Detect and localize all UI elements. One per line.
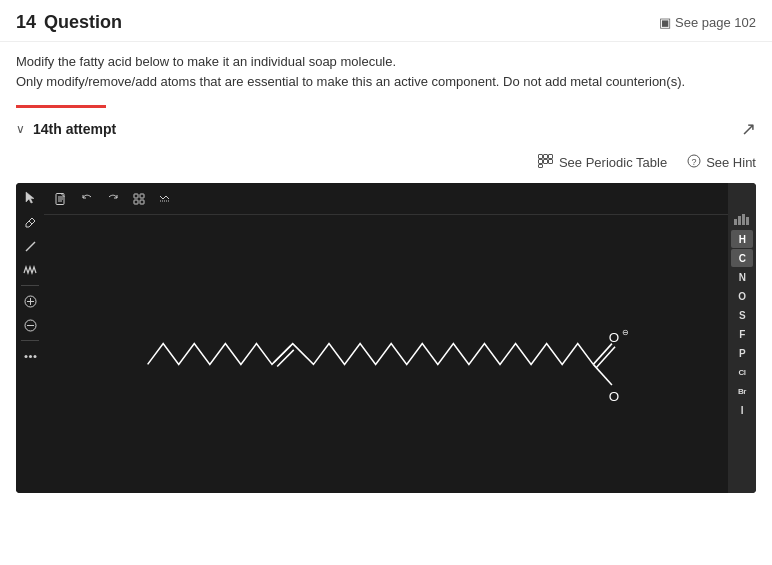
svg-rect-15 <box>134 200 138 204</box>
svg-rect-5 <box>548 160 552 164</box>
element-P[interactable]: P <box>731 344 753 362</box>
bond-tool[interactable] <box>19 235 41 257</box>
svg-rect-39 <box>734 219 737 225</box>
see-periodic-table-button[interactable]: See Periodic Table <box>538 154 667 171</box>
svg-rect-13 <box>134 194 138 198</box>
element-H[interactable]: H <box>731 230 753 248</box>
arrow-select-tool[interactable] <box>19 187 41 209</box>
element-bar-icon <box>732 213 752 225</box>
svg-point-28 <box>24 355 27 358</box>
svg-line-31 <box>274 346 291 363</box>
svg-text:O: O <box>609 330 619 345</box>
attempt-toggle[interactable]: ∨ 14th attempt <box>16 121 116 137</box>
remove-atom-tool[interactable] <box>19 314 41 336</box>
more-tools[interactable] <box>19 345 41 367</box>
see-hint-label: See Hint <box>706 155 756 170</box>
chevron-down-icon: ∨ <box>16 122 25 136</box>
svg-line-32 <box>277 350 294 367</box>
add-atom-tool[interactable] <box>19 290 41 312</box>
svg-line-19 <box>166 196 169 199</box>
attempt-label: 14th attempt <box>33 121 116 137</box>
editor-top-toolbar <box>44 183 728 215</box>
svg-rect-16 <box>140 200 144 204</box>
svg-text:?: ? <box>692 157 697 167</box>
svg-line-21 <box>29 221 32 224</box>
svg-text:⊖: ⊖ <box>622 327 629 337</box>
svg-rect-41 <box>742 214 745 225</box>
svg-rect-4 <box>543 160 547 164</box>
editor-left-toolbar <box>16 183 44 493</box>
svg-line-18 <box>163 196 166 199</box>
instructions: Modify the fatty acid below to make it a… <box>0 42 772 95</box>
svg-rect-6 <box>538 165 542 168</box>
redo-button[interactable] <box>102 188 124 210</box>
element-C[interactable]: C <box>731 249 753 267</box>
see-page-button[interactable]: ▣ See page 102 <box>659 15 756 30</box>
molecule-editor: O O ⊖ H C N O S F P Cl Br I <box>16 183 756 493</box>
element-N[interactable]: N <box>731 268 753 286</box>
undo-button[interactable] <box>76 188 98 210</box>
see-periodic-table-label: See Periodic Table <box>559 155 667 170</box>
element-F[interactable]: F <box>731 325 753 343</box>
tool-separator-1 <box>21 285 39 286</box>
element-S[interactable]: S <box>731 306 753 324</box>
element-Br[interactable]: Br <box>731 382 753 400</box>
svg-rect-40 <box>738 216 741 225</box>
svg-rect-2 <box>548 155 552 159</box>
svg-rect-14 <box>140 194 144 198</box>
element-Cl[interactable]: Cl <box>731 363 753 381</box>
question-label: Question <box>44 12 122 33</box>
layout-tool-button[interactable] <box>154 188 176 210</box>
page-icon: ▣ <box>659 15 671 30</box>
svg-rect-0 <box>538 155 542 159</box>
attempt-row: ∨ 14th attempt ↗ <box>0 108 772 150</box>
instruction-line1: Modify the fatty acid below to make it a… <box>16 52 756 72</box>
svg-line-17 <box>160 196 163 199</box>
see-page-label: See page 102 <box>675 15 756 30</box>
question-title: 14 Question <box>16 12 122 33</box>
element-I[interactable]: I <box>731 401 753 419</box>
molecule-canvas[interactable]: O O ⊖ <box>44 215 728 493</box>
see-hint-button[interactable]: ? See Hint <box>687 154 756 171</box>
chain-tool[interactable] <box>19 259 41 281</box>
element-O[interactable]: O <box>731 287 753 305</box>
svg-rect-42 <box>746 217 749 225</box>
periodic-table-icon <box>538 154 554 171</box>
svg-text:O: O <box>609 389 619 404</box>
page-header: 14 Question ▣ See page 102 <box>0 0 772 42</box>
file-tool-button[interactable] <box>50 188 72 210</box>
svg-rect-1 <box>543 155 547 159</box>
instruction-line2: Only modify/remove/add atoms that are es… <box>16 72 756 92</box>
svg-line-22 <box>26 242 35 251</box>
svg-line-35 <box>593 364 612 385</box>
hint-icon: ? <box>687 154 701 171</box>
expand-icon[interactable]: ↗ <box>741 118 756 140</box>
eraser-tool[interactable] <box>19 211 41 233</box>
question-number: 14 <box>16 12 36 33</box>
tool-separator-2 <box>21 340 39 341</box>
svg-point-29 <box>29 355 32 358</box>
editor-toolbar-row: See Periodic Table ? See Hint <box>0 150 772 179</box>
svg-rect-3 <box>538 160 542 164</box>
element-panel: H C N O S F P Cl Br I <box>728 183 756 493</box>
svg-point-30 <box>33 355 36 358</box>
select-tool-button[interactable] <box>128 188 150 210</box>
